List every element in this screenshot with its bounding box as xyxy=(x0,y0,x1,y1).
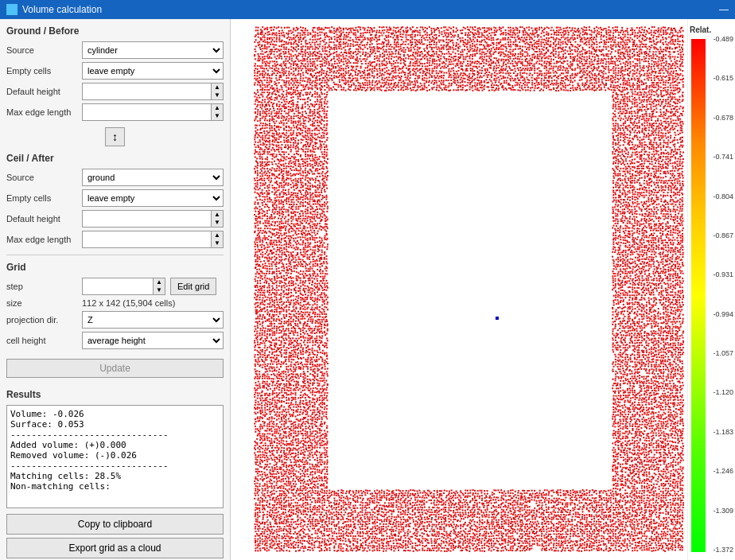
edit-grid-button[interactable]: Edit grid xyxy=(170,278,216,295)
colorbar-label-4: -0.804 xyxy=(713,192,733,200)
ground-default-height-row: Default height 10.000000 ▲ ▼ xyxy=(6,83,224,100)
colorbar-title: Relat. xyxy=(690,25,711,34)
ground-empty-cells-label: Empty cells xyxy=(6,66,82,76)
colorbar-label-3: -0.741 xyxy=(713,153,733,161)
colorbar-label-13: -1.372 xyxy=(713,546,733,554)
ground-default-height-spin: ▲ ▼ xyxy=(212,83,224,100)
grid-projection-row: projection dir. X Y Z xyxy=(6,311,224,329)
ground-max-edge-up[interactable]: ▲ xyxy=(212,104,223,112)
ceil-max-edge-input[interactable]: 0.000000 xyxy=(82,231,212,248)
title-bar: Volume calculation — xyxy=(0,0,735,19)
ceil-default-height-down[interactable]: ▼ xyxy=(212,219,223,227)
ceil-max-edge-label: Max edge length xyxy=(6,235,82,244)
ceil-default-height-input[interactable]: 23.000000 xyxy=(82,210,212,228)
colorbar-label-7: -0.994 xyxy=(713,310,733,318)
ceil-after-label: Ceil / After xyxy=(6,153,224,164)
title-text: Volume calculation xyxy=(22,4,102,15)
grid-projection-label: projection dir. xyxy=(6,315,82,325)
colorbar-labels: -0.489 -0.615 -0.678 -0.741 -0.804 -0.86… xyxy=(713,35,733,554)
ground-source-row: Source cylinder ground average height xyxy=(6,41,224,59)
ceil-max-edge-input-group: 0.000000 ▲ ▼ xyxy=(82,231,224,248)
ground-source-label: Source xyxy=(6,45,82,55)
ground-source-select[interactable]: cylinder ground average height xyxy=(82,41,224,59)
right-panel: Relat. -0.489 -0.615 -0.678 -0.741 -0.80… xyxy=(231,19,735,560)
ground-empty-cells-row: Empty cells leave empty interpolate use … xyxy=(6,62,224,80)
grid-step-down[interactable]: ▼ xyxy=(154,286,165,294)
grid-step-group: 0.003500 ▲ ▼ Edit grid xyxy=(82,278,224,295)
ceil-default-height-row: Default height 23.000000 ▲ ▼ xyxy=(6,210,224,228)
grid-step-row: step 0.003500 ▲ ▼ Edit grid xyxy=(6,278,224,295)
ceil-max-edge-up[interactable]: ▲ xyxy=(212,231,223,239)
colorbar-label-8: -1.057 xyxy=(713,349,733,357)
ceil-default-height-up[interactable]: ▲ xyxy=(212,211,223,219)
ceil-source-select[interactable]: cylinder ground average height xyxy=(82,169,224,186)
grid-size-label: size xyxy=(6,298,82,308)
ceil-source-label: Source xyxy=(6,173,82,182)
main-container: Ground / Before Source cylinder ground a… xyxy=(0,19,735,560)
colorbar-label-5: -0.867 xyxy=(713,231,733,239)
grid-label: Grid xyxy=(6,262,224,273)
results-textarea[interactable]: Volume: -0.026 Surface: 0.053 ----------… xyxy=(6,405,224,508)
ceil-empty-cells-label: Empty cells xyxy=(6,193,82,203)
ground-max-edge-label: Max edge length xyxy=(6,107,82,117)
grid-cell-height-label: cell height xyxy=(6,336,82,345)
grid-step-up[interactable]: ▲ xyxy=(154,278,165,286)
ground-before-label: Ground / Before xyxy=(6,25,224,37)
grid-cell-height-row: cell height average height max height mi… xyxy=(6,332,224,349)
minimize-button[interactable]: — xyxy=(719,4,729,15)
ground-default-height-up[interactable]: ▲ xyxy=(212,84,223,91)
ground-max-edge-spin: ▲ ▼ xyxy=(212,103,224,121)
export-grid-button[interactable]: Export grid as a cloud xyxy=(6,538,224,558)
ceil-default-height-spin: ▲ ▼ xyxy=(212,210,224,228)
ground-default-height-input-group: 10.000000 ▲ ▼ xyxy=(82,83,224,100)
ceil-max-edge-row: Max edge length 0.000000 ▲ ▼ xyxy=(6,231,224,248)
ceil-empty-cells-row: Empty cells leave empty interpolate use … xyxy=(6,189,224,207)
ceil-empty-cells-select[interactable]: leave empty interpolate use default heig… xyxy=(82,189,224,207)
ceil-max-edge-spin: ▲ ▼ xyxy=(212,231,224,248)
results-section: Results Volume: -0.026 Surface: 0.053 --… xyxy=(6,389,224,558)
grid-projection-select[interactable]: X Y Z xyxy=(82,311,224,329)
update-button[interactable]: Update xyxy=(6,359,224,378)
grid-step-input[interactable]: 0.003500 xyxy=(82,278,154,295)
colorbar-label-11: -1.246 xyxy=(713,467,733,475)
point-cloud-canvas xyxy=(231,19,687,560)
app-icon xyxy=(6,4,18,15)
ground-max-edge-input-group: 0.000000 ▲ ▼ xyxy=(82,103,224,121)
copy-to-clipboard-button[interactable]: Copy to clipboard xyxy=(6,514,224,535)
swap-button[interactable]: ↕ xyxy=(105,127,125,146)
colorbar-label-9: -1.120 xyxy=(713,388,733,396)
colorbar-label-6: -0.931 xyxy=(713,270,733,278)
colorbar-gradient xyxy=(691,39,706,552)
ground-default-height-down[interactable]: ▼ xyxy=(212,91,223,99)
ground-default-height-label: Default height xyxy=(6,87,82,96)
ground-max-edge-down[interactable]: ▼ xyxy=(212,112,223,120)
left-panel: Ground / Before Source cylinder ground a… xyxy=(0,19,231,560)
ceil-source-row: Source cylinder ground average height xyxy=(6,169,224,186)
colorbar-label-2: -0.678 xyxy=(713,114,733,122)
colorbar-label-1: -0.615 xyxy=(713,74,733,82)
colorbar-label-0: -0.489 xyxy=(713,35,733,43)
colorbar-label-12: -1.309 xyxy=(713,507,733,515)
ceil-max-edge-down[interactable]: ▼ xyxy=(212,239,223,247)
ground-max-edge-input[interactable]: 0.000000 xyxy=(82,103,212,121)
viz-container xyxy=(231,19,687,560)
ceil-default-height-label: Default height xyxy=(6,214,82,224)
grid-size-value: 112 x 142 (15,904 cells) xyxy=(82,298,175,308)
colorbar-label-10: -1.183 xyxy=(713,428,733,436)
ground-empty-cells-select[interactable]: leave empty interpolate use default heig… xyxy=(82,62,224,80)
grid-size-row: size 112 x 142 (15,904 cells) xyxy=(6,298,224,308)
ground-max-edge-row: Max edge length 0.000000 ▲ ▼ xyxy=(6,103,224,121)
swap-container: ↕ xyxy=(6,127,224,146)
ground-default-height-input[interactable]: 10.000000 xyxy=(82,83,212,100)
ceil-default-height-input-group: 23.000000 ▲ ▼ xyxy=(82,210,224,228)
results-label: Results xyxy=(6,389,224,400)
grid-cell-height-select[interactable]: average height max height min height xyxy=(82,332,224,349)
grid-step-spin: ▲ ▼ xyxy=(154,278,165,295)
grid-step-label: step xyxy=(6,282,82,291)
